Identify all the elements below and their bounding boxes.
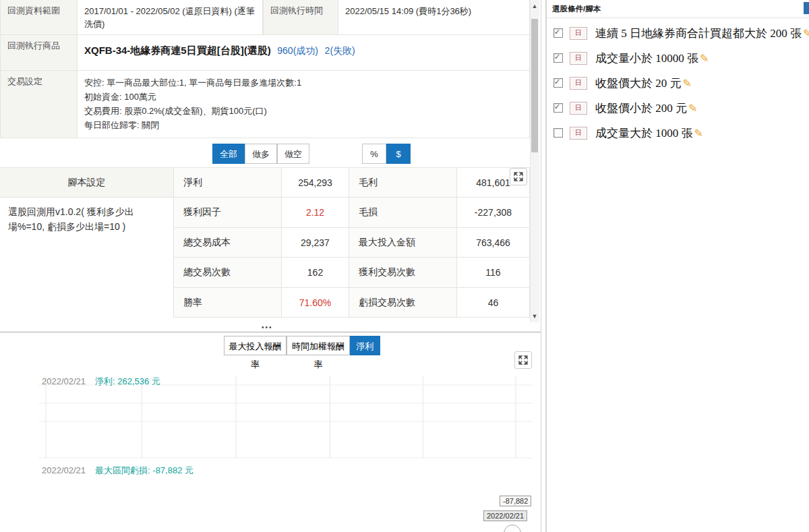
condition-item: 日 收盤價大於 20 元 (553, 74, 692, 92)
stat-label: 總交易成本 (174, 228, 282, 258)
stat-value: 46 (457, 288, 530, 318)
sidebar-corner-button[interactable] (804, 2, 809, 14)
script-settings-header: 腳本設定 (0, 168, 174, 198)
panel-divider[interactable] (541, 0, 546, 532)
range-value: 2017/01/01 - 2022/05/02 (還原日資料) (逐筆洗價) (78, 0, 263, 35)
condition-item: 日 連續 5 日地緣券商合計買超都大於 200 張 (553, 24, 809, 42)
expand-icon (514, 172, 523, 181)
frequency-day-button[interactable]: 日 (570, 27, 587, 40)
position-tab-short[interactable]: 做空 (277, 144, 309, 164)
edit-pencil-icon[interactable] (683, 77, 692, 90)
stat-value: 254,293 (282, 168, 349, 198)
stat-value: 71.60% (282, 288, 349, 318)
condition-item: 日 收盤價小於 200 元 (553, 99, 697, 117)
stat-value: 29,237 (282, 228, 349, 258)
position-tab-all[interactable]: 全部 (212, 144, 245, 164)
annotation-date: 2022/02/21 (42, 465, 86, 475)
stat-label: 毛利 (349, 168, 457, 198)
condition-item: 日 成交量大於 1000 張 (553, 124, 703, 142)
stat-value: -227,308 (457, 198, 530, 228)
stat-label: 獲利交易次數 (349, 258, 457, 288)
stat-label: 虧損交易次數 (349, 288, 457, 318)
chart-tab-max-invest-return[interactable]: 最大投入報酬率 (224, 336, 287, 355)
settings-value: 安控: 單一商品最大部位:1, 單一商品每日最多進場次數:1 初始資金: 100… (78, 71, 530, 138)
product-name: XQFB-34-地緣券商連5日買超[台股](選股) (84, 45, 271, 56)
annotation-value: 淨利: 262,536 元 (95, 376, 160, 386)
stat-value: 162 (282, 258, 349, 288)
stat-label: 獲利因子 (174, 198, 282, 228)
position-tab-long[interactable]: 做多 (245, 144, 277, 164)
condition-checkbox[interactable] (553, 78, 563, 88)
range-label: 回測資料範圍 (0, 0, 78, 35)
settings-label: 交易設定 (0, 71, 78, 138)
product-value: XQFB-34-地緣券商連5日買超[台股](選股) 960(成功) 2(失敗) (78, 35, 530, 71)
condition-label: 連續 5 日地緣券商合計買超都大於 200 張 (595, 26, 802, 41)
chart-tab-time-weighted-return[interactable]: 時間加權報酬率 (287, 336, 350, 355)
chart1-annotation: 2022/02/21淨利: 262,536 元 (42, 376, 160, 388)
condition-checkbox[interactable] (553, 128, 563, 138)
chart2-annotation: 2022/02/21最大區間虧損: -87,882 元 (42, 465, 193, 477)
condition-item: 日 成交量小於 10000 張 (553, 49, 709, 67)
stat-label: 勝率 (174, 288, 282, 318)
frequency-day-button[interactable]: 日 (570, 127, 587, 140)
exec-time-value: 2022/05/15 14:09 (費時1分36秒) (338, 0, 530, 35)
scrollbar-thumb[interactable] (531, 19, 538, 152)
stat-value: 763,466 (457, 228, 530, 258)
sidebar-header-divider (547, 18, 809, 18)
edit-pencil-icon[interactable] (803, 27, 809, 40)
condition-checkbox[interactable] (553, 103, 563, 113)
condition-label: 收盤價小於 200 元 (595, 100, 687, 116)
settings-line: 安控: 單一商品最大部位:1, 單一商品每日最多進場次數:1 (84, 76, 522, 90)
annotation-date: 2022/02/21 (42, 376, 86, 386)
success-count-link[interactable]: 960(成功) (277, 45, 318, 56)
condition-label: 成交量小於 10000 張 (595, 51, 698, 66)
edit-pencil-icon[interactable] (694, 127, 703, 140)
cursor-value-box: -87,882 (500, 496, 531, 506)
scrollbar-down-arrow[interactable]: ▼ (530, 312, 539, 321)
stat-label: 淨利 (174, 168, 282, 198)
script-name[interactable]: 選股回測用v1.0.2( 獲利多少出場%=10, 虧損多少出場=10 ) (0, 198, 174, 318)
unit-tab-percent[interactable]: % (362, 144, 386, 164)
chart-tab-net-profit[interactable]: 淨利 (350, 336, 380, 355)
condition-label: 收盤價大於 20 元 (595, 76, 682, 91)
frequency-day-button[interactable]: 日 (570, 52, 587, 65)
frequency-day-button[interactable]: 日 (570, 77, 587, 90)
backtest-panel: 回測資料範圍 2017/01/01 - 2022/05/02 (還原日資料) (… (0, 0, 541, 532)
condition-checkbox[interactable] (553, 28, 563, 38)
frequency-day-button[interactable]: 日 (570, 102, 587, 115)
annotation-value: 最大區間虧損: -87,882 元 (95, 465, 193, 475)
scrollbar-up-arrow[interactable]: ▲ (530, 1, 539, 11)
fail-count-link[interactable]: 2(失敗) (325, 45, 355, 56)
exec-time-label: 回測執行時間 (263, 0, 338, 35)
unit-tab-dollar[interactable]: $ (386, 144, 411, 164)
splitter-divider[interactable] (0, 332, 541, 332)
conditions-sidebar: 選股條件/腳本 日 連續 5 日地緣券商合計買超都大於 200 張 日 成交量小… (546, 0, 809, 532)
stat-value: 2.12 (282, 198, 349, 228)
settings-line: 交易費用: 股票0.2%(成交金額)、期貨100元(口) (84, 104, 522, 118)
sidebar-header: 選股條件/腳本 (552, 4, 601, 14)
condition-checkbox[interactable] (553, 53, 563, 63)
splitter-drag-handle[interactable]: ••• (262, 324, 282, 331)
stat-label: 總交易次數 (174, 258, 282, 288)
stat-label: 毛損 (349, 198, 457, 228)
condition-label: 成交量大於 1000 張 (595, 125, 693, 141)
product-label: 回測執行商品 (0, 35, 78, 71)
edit-pencil-icon[interactable] (688, 102, 697, 115)
expand-stats-button[interactable] (510, 168, 527, 185)
stat-label: 最大投入金額 (349, 228, 457, 258)
stat-value: 116 (457, 258, 530, 288)
edit-pencil-icon[interactable] (700, 52, 709, 65)
settings-line: 每日部位歸零: 關閉 (84, 118, 522, 132)
cursor-date-box: 2022/02/21 (483, 510, 527, 521)
settings-line: 初始資金: 100萬元 (84, 90, 522, 104)
